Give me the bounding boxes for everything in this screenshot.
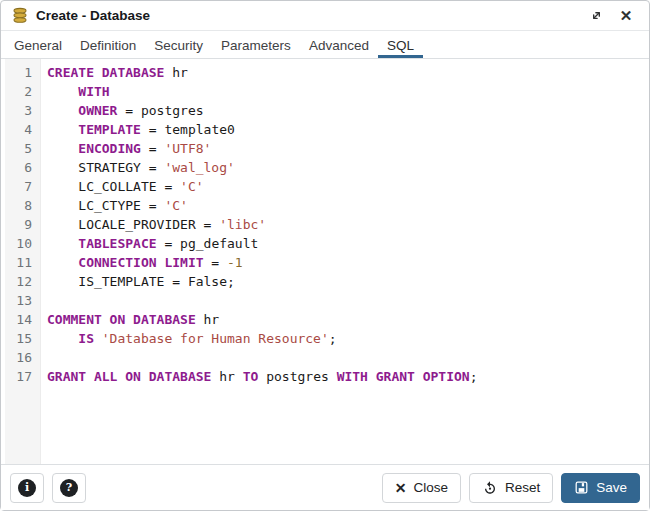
code-line: TABLESPACE = pg_default: [47, 234, 649, 253]
info-button[interactable]: i: [10, 473, 44, 503]
tab-security[interactable]: Security: [145, 31, 212, 58]
close-button-label: Close: [413, 480, 448, 495]
line-number: 4: [5, 120, 32, 139]
code-line: GRANT ALL ON DATABASE hr TO postgres WIT…: [47, 367, 649, 386]
create-database-dialog: Create - Database ✕ GeneralDefinitionSec…: [0, 0, 650, 511]
expand-icon[interactable]: [585, 5, 607, 27]
line-number: 16: [5, 348, 32, 367]
close-x-icon: ✕: [395, 481, 407, 495]
close-button[interactable]: ✕ Close: [382, 473, 461, 503]
line-number: 3: [5, 101, 32, 120]
code-line: [47, 291, 649, 310]
code-line: OWNER = postgres: [47, 101, 649, 120]
line-number: 12: [5, 272, 32, 291]
dialog-title: Create - Database: [36, 8, 150, 23]
line-number: 13: [5, 291, 32, 310]
line-number: 7: [5, 177, 32, 196]
tab-advanced[interactable]: Advanced: [300, 31, 378, 58]
footer-left: i ?: [10, 473, 86, 503]
reset-button[interactable]: Reset: [469, 473, 553, 503]
tab-bar: GeneralDefinitionSecurityParametersAdvan…: [1, 31, 649, 59]
code-line: ENCODING = 'UTF8': [47, 139, 649, 158]
reset-icon: [482, 480, 498, 496]
line-number: 10: [5, 234, 32, 253]
footer: i ? ✕ Close Reset: [1, 464, 649, 510]
line-number: 15: [5, 329, 32, 348]
tab-general[interactable]: General: [5, 31, 71, 58]
sql-code: CREATE DATABASE hr WITH OWNER = postgres…: [41, 59, 649, 464]
footer-right: ✕ Close Reset: [382, 473, 640, 503]
save-icon: [574, 480, 589, 495]
code-line: TEMPLATE = template0: [47, 120, 649, 139]
code-line: IS 'Database for Human Resource';: [47, 329, 649, 348]
help-button[interactable]: ?: [52, 473, 86, 503]
code-line: WITH: [47, 82, 649, 101]
info-icon: i: [18, 479, 36, 497]
code-line: CONNECTION LIMIT = -1: [47, 253, 649, 272]
titlebar: Create - Database ✕: [1, 1, 649, 31]
tab-definition[interactable]: Definition: [71, 31, 145, 58]
code-line: LC_COLLATE = 'C': [47, 177, 649, 196]
line-number: 11: [5, 253, 32, 272]
tab-sql[interactable]: SQL: [378, 31, 423, 58]
sql-editor[interactable]: 1234567891011121314151617 CREATE DATABAS…: [1, 59, 649, 464]
save-button[interactable]: Save: [561, 473, 640, 503]
line-number: 2: [5, 82, 32, 101]
line-number: 5: [5, 139, 32, 158]
help-icon: ?: [60, 479, 78, 497]
code-line: COMMENT ON DATABASE hr: [47, 310, 649, 329]
line-number-gutter: 1234567891011121314151617: [5, 59, 41, 464]
code-line: IS_TEMPLATE = False;: [47, 272, 649, 291]
tab-parameters[interactable]: Parameters: [212, 31, 300, 58]
code-line: CREATE DATABASE hr: [47, 63, 649, 82]
line-number: 17: [5, 367, 32, 386]
save-button-label: Save: [596, 480, 627, 495]
code-line: LOCALE_PROVIDER = 'libc': [47, 215, 649, 234]
line-number: 9: [5, 215, 32, 234]
reset-button-label: Reset: [505, 480, 540, 495]
code-line: STRATEGY = 'wal_log': [47, 158, 649, 177]
code-line: [47, 348, 649, 367]
code-line: LC_CTYPE = 'C': [47, 196, 649, 215]
database-icon: [11, 7, 29, 24]
line-number: 1: [5, 63, 32, 82]
close-icon[interactable]: ✕: [615, 5, 637, 27]
line-number: 6: [5, 158, 32, 177]
line-number: 8: [5, 196, 32, 215]
line-number: 14: [5, 310, 32, 329]
